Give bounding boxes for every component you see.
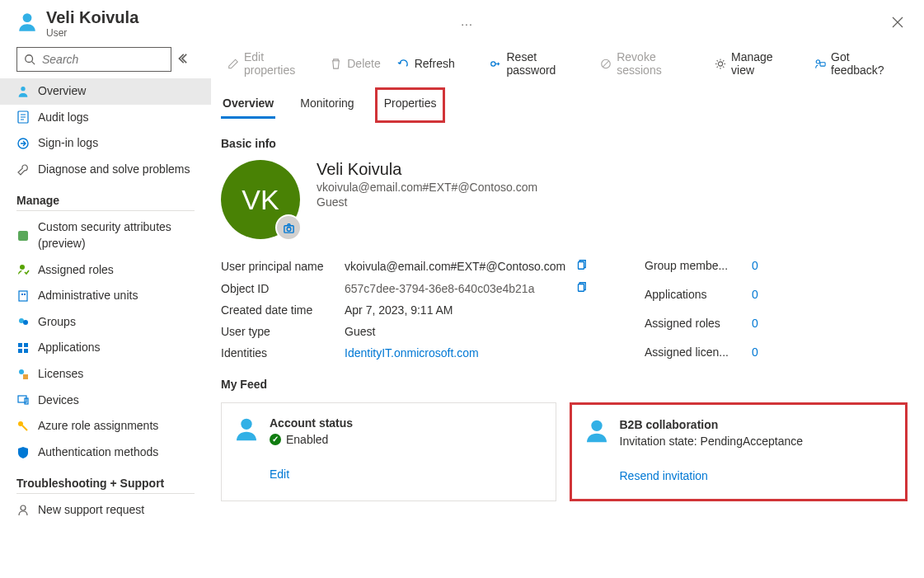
svg-point-16 xyxy=(19,369,24,374)
user-check-icon xyxy=(16,263,30,276)
sidebar-item-applications[interactable]: Applications xyxy=(0,335,211,361)
copy-upn-button[interactable] xyxy=(575,259,595,273)
svg-point-0 xyxy=(23,13,32,22)
svg-point-21 xyxy=(21,505,26,510)
sidebar-item-support-request[interactable]: New support request xyxy=(0,497,211,524)
card-title: Account status xyxy=(270,416,353,430)
card-edit-link[interactable]: Edit xyxy=(270,468,289,481)
sidebar-item-overview[interactable]: Overview xyxy=(0,78,211,105)
sidebar-item-label: Sign-in logs xyxy=(38,135,98,152)
refresh-button[interactable]: Refresh xyxy=(391,54,462,73)
security-attr-icon xyxy=(16,229,30,242)
revoke-sessions-button[interactable]: Revoke sessions xyxy=(593,47,705,80)
sidebar-item-admin-units[interactable]: Administrative units xyxy=(0,283,211,309)
stat-apps-value[interactable]: 0 xyxy=(752,288,785,302)
groups-icon xyxy=(16,316,30,329)
user-icon xyxy=(233,416,260,489)
card-title: B2B collaboration xyxy=(620,418,804,431)
sidebar-item-label: Custom security attributes (preview) xyxy=(38,219,203,251)
svg-point-28 xyxy=(287,227,291,231)
stat-licenses-value[interactable]: 0 xyxy=(752,345,785,359)
sidebar-item-diagnose[interactable]: Diagnose and solve problems xyxy=(0,157,211,183)
svg-point-11 xyxy=(23,320,28,325)
page-title: Veli Koivula xyxy=(46,8,454,27)
identities-value[interactable]: IdentityIT.onmicrosoft.com xyxy=(345,346,575,359)
sidebar-item-label: Groups xyxy=(38,314,76,331)
tab-properties[interactable]: Properties xyxy=(379,92,442,119)
sidebar-header-troubleshoot: Troubleshooting + Support xyxy=(16,467,195,494)
sidebar-item-label: Audit logs xyxy=(38,110,88,126)
more-actions-button[interactable]: ··· xyxy=(454,14,480,34)
search-input-wrapper[interactable] xyxy=(16,47,171,72)
sidebar-item-label: Devices xyxy=(38,392,79,409)
sidebar-item-auth-methods[interactable]: Authentication methods xyxy=(0,439,211,466)
sidebar-item-signin-logs[interactable]: Sign-in logs xyxy=(0,130,211,157)
sidebar-item-label: New support request xyxy=(38,502,144,519)
sidebar-item-azure-roles[interactable]: Azure role assignments xyxy=(0,413,211,439)
edit-properties-button[interactable]: Edit properties xyxy=(221,47,320,80)
svg-rect-13 xyxy=(24,343,28,347)
edit-avatar-button[interactable] xyxy=(277,216,300,239)
manage-view-button[interactable]: Manage view xyxy=(708,47,801,80)
basic-info-header: Basic info xyxy=(221,137,908,150)
user-icon xyxy=(584,418,610,487)
svg-point-1 xyxy=(26,55,33,63)
upn-label: User principal name xyxy=(221,260,345,273)
card-account-status: Account status Enabled Edit xyxy=(221,402,556,501)
apps-icon xyxy=(16,341,30,355)
feedback-button[interactable]: Got feedback? xyxy=(808,47,908,80)
document-icon xyxy=(16,110,30,124)
objectid-label: Object ID xyxy=(221,282,345,295)
sidebar-item-custom-security[interactable]: Custom security attributes (preview) xyxy=(0,214,211,256)
sidebar-item-licenses[interactable]: Licenses xyxy=(0,361,211,388)
sidebar-item-groups[interactable]: Groups xyxy=(0,309,211,336)
support-icon xyxy=(16,504,30,517)
close-button[interactable] xyxy=(888,12,908,35)
user-icon xyxy=(16,85,30,98)
signin-icon xyxy=(16,137,30,150)
tab-monitoring[interactable]: Monitoring xyxy=(298,92,355,119)
user-email: vkoivula@email.com#EXT#@Contoso.com xyxy=(317,181,537,194)
check-icon xyxy=(270,434,281,445)
stat-roles-label: Assigned roles xyxy=(645,317,752,331)
card-resend-link[interactable]: Resend invitation xyxy=(620,469,708,482)
svg-rect-15 xyxy=(24,349,28,353)
search-input[interactable] xyxy=(40,52,164,67)
sidebar-item-label: Overview xyxy=(38,83,86,100)
sidebar-item-label: Administrative units xyxy=(38,288,138,304)
sidebar-item-label: Licenses xyxy=(38,366,83,383)
sidebar-item-assigned-roles[interactable]: Assigned roles xyxy=(0,257,211,284)
svg-rect-14 xyxy=(18,349,22,353)
copy-objectid-button[interactable] xyxy=(575,281,595,295)
sidebar-item-audit-logs[interactable]: Audit logs xyxy=(0,105,211,131)
user-type: Guest xyxy=(317,195,537,209)
created-label: Created date time xyxy=(221,303,345,317)
shield-icon xyxy=(16,446,30,459)
svg-rect-30 xyxy=(579,284,584,292)
card-b2b-collaboration: B2B collaboration Invitation state: Pend… xyxy=(570,402,908,501)
sidebar: Overview Audit logs Sign-in logs Diagnos… xyxy=(0,44,211,524)
building-icon xyxy=(16,289,30,303)
svg-point-32 xyxy=(591,421,602,431)
sidebar-item-devices[interactable]: Devices xyxy=(0,388,211,414)
reset-password-button[interactable]: Reset password xyxy=(483,47,590,80)
stat-groups-value[interactable]: 0 xyxy=(752,259,785,273)
svg-point-25 xyxy=(816,59,819,63)
user-name: Veli Koivula xyxy=(317,160,537,179)
collapse-sidebar-button[interactable] xyxy=(176,53,188,67)
wrench-icon xyxy=(16,163,30,176)
card-status: Invitation state: PendingAcceptance xyxy=(620,435,804,448)
key-icon xyxy=(16,420,30,433)
card-status: Enabled xyxy=(286,433,328,446)
tab-overview[interactable]: Overview xyxy=(221,92,275,119)
created-value: Apr 7, 2023, 9:11 AM xyxy=(345,303,575,317)
svg-point-24 xyxy=(718,61,722,65)
stat-groups-label: Group membe... xyxy=(645,259,752,273)
sidebar-header-manage: Manage xyxy=(16,184,195,211)
stat-apps-label: Applications xyxy=(645,288,752,302)
delete-button[interactable]: Delete xyxy=(323,54,387,73)
svg-rect-7 xyxy=(19,291,27,301)
stat-roles-value[interactable]: 0 xyxy=(752,317,785,331)
svg-rect-8 xyxy=(21,294,23,295)
sidebar-item-label: Applications xyxy=(38,340,101,356)
